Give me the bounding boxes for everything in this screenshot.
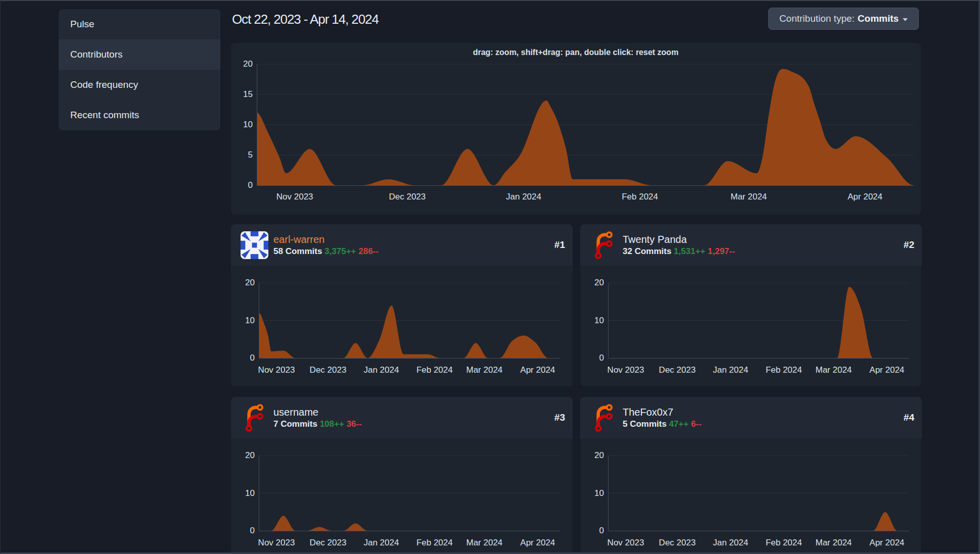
svg-text:Apr 2024: Apr 2024 [869, 365, 904, 375]
svg-text:10: 10 [594, 316, 604, 325]
svg-text:Dec 2023: Dec 2023 [310, 538, 347, 547]
svg-text:Feb 2024: Feb 2024 [622, 192, 658, 202]
svg-text:Feb 2024: Feb 2024 [766, 365, 802, 375]
svg-text:15: 15 [243, 89, 253, 99]
svg-text:Jan 2024: Jan 2024 [506, 192, 541, 202]
svg-text:20: 20 [245, 450, 255, 460]
svg-text:10: 10 [245, 316, 255, 325]
svg-text:Mar 2024: Mar 2024 [815, 538, 852, 547]
svg-text:Mar 2024: Mar 2024 [466, 538, 502, 547]
svg-text:Feb 2024: Feb 2024 [766, 538, 802, 547]
svg-text:Dec 2023: Dec 2023 [659, 538, 696, 547]
svg-text:Nov 2023: Nov 2023 [608, 365, 644, 375]
svg-text:Apr 2024: Apr 2024 [848, 192, 882, 202]
svg-text:0: 0 [250, 353, 255, 363]
svg-text:10: 10 [594, 488, 604, 498]
svg-text:Nov 2023: Nov 2023 [258, 538, 295, 547]
svg-text:5: 5 [248, 150, 253, 160]
svg-text:Feb 2024: Feb 2024 [416, 538, 453, 547]
svg-text:Dec 2023: Dec 2023 [389, 192, 426, 202]
svg-text:20: 20 [594, 278, 604, 287]
svg-text:Jan 2024: Jan 2024 [713, 365, 748, 375]
svg-text:10: 10 [245, 488, 255, 498]
svg-text:0: 0 [599, 526, 604, 535]
svg-text:20: 20 [243, 59, 253, 69]
svg-text:10: 10 [243, 120, 253, 129]
svg-text:Apr 2024: Apr 2024 [520, 365, 555, 375]
svg-text:Apr 2024: Apr 2024 [869, 538, 904, 547]
svg-text:Mar 2024: Mar 2024 [815, 365, 852, 375]
svg-text:drag: zoom, shift+drag: pan, d: drag: zoom, shift+drag: pan, double clic… [473, 48, 679, 57]
svg-text:Feb 2024: Feb 2024 [416, 365, 453, 375]
svg-text:Mar 2024: Mar 2024 [730, 192, 767, 202]
svg-text:20: 20 [245, 278, 255, 287]
svg-text:Dec 2023: Dec 2023 [310, 365, 347, 375]
svg-text:Dec 2023: Dec 2023 [659, 365, 696, 375]
svg-text:Jan 2024: Jan 2024 [713, 538, 748, 547]
svg-text:Jan 2024: Jan 2024 [363, 365, 399, 375]
svg-text:Nov 2023: Nov 2023 [276, 192, 313, 202]
svg-text:Nov 2023: Nov 2023 [258, 365, 295, 375]
svg-text:20: 20 [594, 450, 604, 460]
svg-text:Nov 2023: Nov 2023 [608, 538, 644, 547]
svg-text:0: 0 [599, 353, 604, 363]
svg-text:0: 0 [248, 180, 253, 190]
svg-text:0: 0 [250, 526, 255, 535]
svg-text:Jan 2024: Jan 2024 [363, 538, 399, 547]
svg-text:Mar 2024: Mar 2024 [466, 365, 502, 375]
svg-text:Apr 2024: Apr 2024 [520, 538, 555, 547]
